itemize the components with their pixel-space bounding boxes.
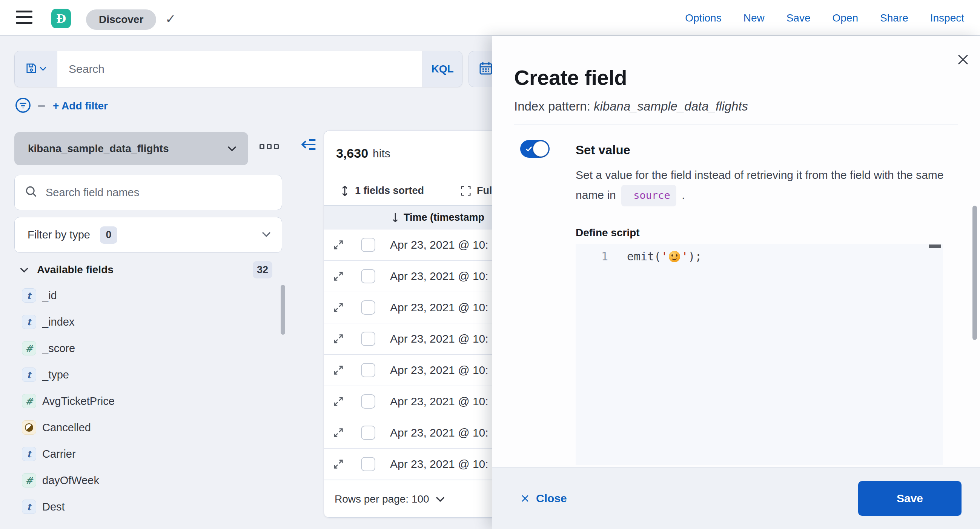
field-item-cancelled[interactable]: Cancelled (14, 420, 91, 435)
expand-row-button[interactable] (324, 417, 353, 448)
save-link[interactable]: Save (786, 12, 811, 24)
search-input-wrap (57, 51, 423, 87)
index-pattern-prefix: Index pattern: (514, 99, 594, 113)
expand-row-button[interactable] (324, 292, 353, 323)
expand-row-button[interactable] (324, 449, 353, 480)
field-search-input[interactable] (45, 186, 282, 199)
available-fields-label: Available fields (37, 264, 113, 276)
row-checkbox[interactable] (361, 394, 375, 409)
elastic-logo[interactable]: Đ (51, 9, 71, 28)
row-checkbox[interactable] (361, 457, 375, 471)
set-value-description: Set a value for the field instead of ret… (576, 165, 951, 206)
collapse-sidebar-icon[interactable] (300, 137, 317, 153)
sorted-label: 1 fields sorted (355, 185, 424, 197)
time-cell: Apr 23, 2021 @ 10: (383, 323, 509, 354)
sidebar-scrollbar[interactable] (281, 285, 285, 335)
time-cell: Apr 23, 2021 @ 10: (383, 386, 509, 417)
chevron-down-icon (435, 496, 445, 502)
field-item-dest[interactable]: t Dest (14, 499, 65, 514)
sort-fields-button[interactable]: 1 fields sorted (340, 185, 424, 197)
flyout-footer: Close Save (492, 467, 980, 529)
row-checkbox[interactable] (361, 331, 375, 346)
close-flyout-icon[interactable] (957, 53, 970, 67)
breadcrumb[interactable]: Discover (86, 10, 156, 30)
source-code-badge: _source (621, 185, 676, 206)
field-item-id[interactable]: t _id (14, 288, 57, 303)
chevron-down-icon (227, 146, 237, 152)
new-link[interactable]: New (743, 12, 765, 24)
filter-icon[interactable] (14, 97, 32, 115)
table-row: Apr 23, 2021 @ 10: (324, 355, 509, 386)
rows-per-page-label: Rows per page: 100 (334, 493, 429, 505)
flyout-scrollbar[interactable] (972, 206, 977, 340)
query-bar: KQL (14, 51, 463, 87)
flyout-index-pattern: Index pattern: kibana_sample_data_flight… (514, 99, 748, 113)
field-item-avgticketprice[interactable]: # AvgTicketPrice (14, 394, 115, 409)
expand-row-button[interactable] (324, 261, 353, 292)
hits-label: hits (373, 147, 390, 160)
expand-row-button[interactable] (324, 229, 353, 260)
row-checkbox[interactable] (361, 238, 375, 252)
time-cell: Apr 23, 2021 @ 10: (383, 449, 509, 480)
field-item-type[interactable]: t _type (14, 367, 69, 382)
expand-row-button[interactable] (324, 323, 353, 354)
row-checkbox[interactable] (361, 363, 375, 377)
time-cell: Apr 23, 2021 @ 10: (383, 417, 509, 448)
row-checkbox[interactable] (361, 269, 375, 284)
available-fields-header[interactable]: Available fields 32 (14, 260, 282, 279)
sort-desc-icon (391, 212, 400, 223)
time-cell: Apr 23, 2021 @ 10: (383, 355, 509, 386)
expand-row-button[interactable] (324, 386, 353, 417)
define-script-label: Define script (576, 227, 640, 239)
expand-row-button[interactable] (324, 355, 353, 386)
field-name: dayOfWeek (42, 474, 99, 487)
boolean-type-icon (22, 420, 36, 435)
share-link[interactable]: Share (880, 12, 908, 24)
field-item-index[interactable]: t _index (14, 314, 74, 330)
open-link[interactable]: Open (832, 12, 859, 24)
row-checkbox[interactable] (361, 425, 375, 440)
filter-by-type-select[interactable]: Filter by type 0 (14, 217, 282, 253)
row-checkbox[interactable] (361, 300, 375, 315)
search-input[interactable] (57, 63, 423, 75)
fullscreen-button[interactable]: Full (460, 185, 495, 197)
expand-icon (333, 239, 344, 250)
filter-bar: + Add filter (14, 97, 108, 115)
field-item-carrier[interactable]: t Carrier (14, 446, 76, 462)
menu-icon[interactable] (16, 11, 32, 25)
table-row: Apr 23, 2021 @ 10: (324, 417, 509, 449)
table-row: Apr 23, 2021 @ 10: (324, 229, 509, 261)
rows-per-page-button[interactable]: Rows per page: 100 (324, 480, 509, 518)
index-pattern-switcher[interactable]: kibana_sample_data_flights (14, 132, 248, 165)
script-editor[interactable]: 1 emit(''); (576, 244, 943, 465)
save-button[interactable]: Save (858, 481, 961, 516)
options-link[interactable]: Options (685, 12, 722, 24)
code-end: ); (688, 250, 702, 263)
add-filter-link[interactable]: + Add filter (53, 100, 108, 112)
set-value-toggle[interactable] (520, 140, 550, 158)
field-item-score[interactable]: # _score (14, 341, 75, 356)
editor-scroll-indicator (929, 244, 941, 248)
index-pattern-name: kibana_sample_data_flights (594, 99, 748, 113)
saved-query-button[interactable] (15, 51, 57, 87)
kibana-discover-app: Đ Discover ✓ Options New Save Open Share… (0, 0, 980, 529)
close-button[interactable]: Close (520, 467, 567, 529)
time-column-header[interactable]: Time (timestamp (383, 212, 509, 223)
line-number: 1 (576, 250, 612, 263)
field-item-dayofweek[interactable]: # dayOfWeek (14, 473, 99, 488)
table-row: Apr 23, 2021 @ 10: (324, 261, 509, 292)
index-pattern-options-icon[interactable] (259, 144, 279, 149)
number-type-icon: # (22, 473, 36, 488)
save-button-label: Save (897, 492, 923, 505)
chevron-down-icon (40, 66, 46, 72)
time-column-label: Time (timestamp (404, 212, 484, 223)
query-language-button[interactable]: KQL (423, 51, 462, 87)
string-type-icon: t (22, 500, 36, 514)
number-type-icon: # (22, 341, 36, 355)
inspect-link[interactable]: Inspect (930, 12, 964, 24)
set-value-label: Set value (576, 143, 630, 157)
flyout-title: Create field (514, 65, 627, 90)
code-quote: ' (681, 250, 688, 263)
expand-icon (333, 396, 344, 407)
code-text[interactable]: emit(''); (612, 250, 702, 263)
